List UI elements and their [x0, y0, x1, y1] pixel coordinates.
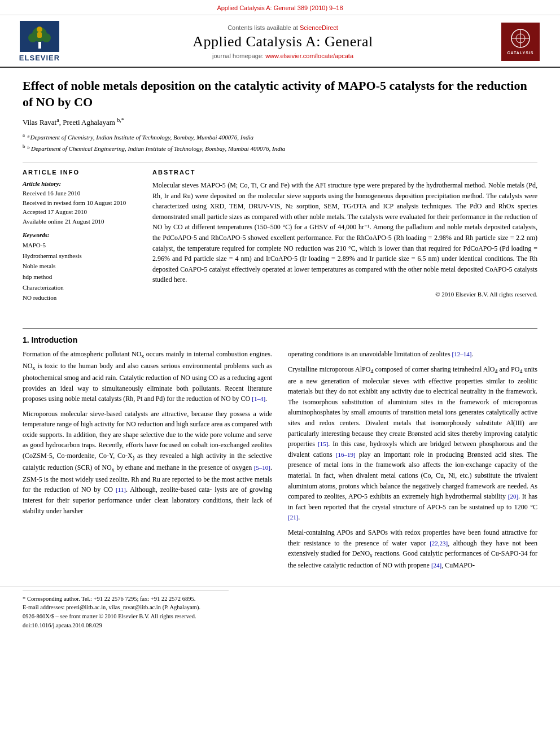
intro-para-2: Microporous molecular sieve-based cataly…: [23, 409, 272, 517]
header-divider: [23, 163, 537, 163]
keyword-4: hdp method: [23, 272, 135, 282]
abstract-text: Molecular sieves MAPO-5 (M; Co, Ti, Cr a…: [152, 180, 537, 285]
corresponding-author: * Corresponding author. Tel.: +91 22 257…: [23, 595, 537, 604]
article-history: Article history: Received 16 June 2010 R…: [23, 180, 135, 226]
accepted-date: Accepted 17 August 2010: [23, 207, 135, 217]
footnotes: * Corresponding author. Tel.: +91 22 257…: [0, 587, 560, 636]
keywords-label: Keywords:: [23, 231, 135, 238]
abstract-label: ABSTRACT: [152, 169, 537, 176]
affiliation-b: b ᵇ Department of Chemical Engineering, …: [23, 142, 537, 154]
affiliation-a: a ᵃ Department of Chemistry, Indian Inst…: [23, 131, 537, 142]
elsevier-tree-icon: [21, 22, 58, 51]
article-info-column: ARTICLE INFO Article history: Received 1…: [23, 169, 135, 309]
intro-para-3: operating conditions is an unavoidable l…: [288, 349, 537, 360]
catalyst-logo-icon: CATALYSIS: [501, 23, 540, 61]
ref-1-4: [1–4]: [252, 395, 265, 402]
section-divider: [23, 328, 537, 329]
elsevier-logo-box: [20, 21, 59, 52]
svg-text:CATALYSIS: CATALYSIS: [508, 51, 534, 55]
abstract-column: ABSTRACT Molecular sieves MAPO-5 (M; Co,…: [152, 169, 537, 309]
intro-para-4: Crystalline microporous AlPO4 composed o…: [288, 364, 537, 523]
homepage-url[interactable]: www.elsevier.com/locate/apcata: [265, 53, 353, 59]
issn-line: 0926-860X/$ – see front matter © 2010 El…: [23, 612, 537, 621]
available-date: Available online 21 August 2010: [23, 217, 135, 226]
doi-line: doi:10.1016/j.apcata.2010.08.029: [23, 621, 537, 630]
history-label: Article history:: [23, 180, 135, 187]
svg-rect-6: [37, 32, 42, 38]
ref-20: [20]: [508, 493, 518, 500]
journal-logo-right: CATALYSIS: [498, 23, 543, 61]
two-col-info: ARTICLE INFO Article history: Received 1…: [23, 169, 537, 309]
ref-21: [21]: [288, 514, 298, 521]
ref-11: [11]: [116, 486, 126, 493]
page-container: Applied Catalysis A: General 389 (2010) …: [0, 0, 560, 747]
keyword-5: Characterization: [23, 282, 135, 293]
intro-para-5: Metal-containing APOs and SAPOs with red…: [288, 527, 537, 571]
copyright-line: © 2010 Elsevier B.V. All rights reserved…: [152, 291, 537, 298]
top-bar: Applied Catalysis A: General 389 (2010) …: [0, 0, 560, 15]
keyword-2: Hydrothermal synthesis: [23, 251, 135, 261]
revised-date: Received in revised form 10 August 2010: [23, 198, 135, 208]
catalyst-logo-box: CATALYSIS: [501, 23, 540, 61]
ref-12-14: [12–14]: [452, 351, 472, 357]
elsevier-logo: ELSEVIER: [11, 21, 68, 62]
journal-citation: Applied Catalysis A: General 389 (2010) …: [217, 5, 343, 11]
svg-rect-1: [38, 42, 41, 49]
keyword-3: Noble metals: [23, 261, 135, 272]
intro-left-col: Formation of the atmospheric pollutant N…: [23, 349, 272, 575]
ref-22-23: [22,23]: [430, 540, 448, 547]
elsevier-wordmark: ELSEVIER: [19, 54, 60, 62]
journal-homepage: journal homepage: www.elsevier.com/locat…: [68, 53, 498, 59]
journal-main-title: Applied Catalysis A: General: [68, 33, 498, 50]
article-title: Effect of noble metals deposition on the…: [23, 78, 537, 110]
ref-24: [24]: [431, 562, 441, 569]
keyword-1: MAPO-5: [23, 240, 135, 251]
svg-point-5: [37, 27, 42, 32]
author-vilas: Vilas Ravat: [23, 119, 56, 127]
svg-point-4: [42, 33, 51, 42]
intro-para-1: Formation of the atmospheric pollutant N…: [23, 349, 272, 404]
article-info-label: ARTICLE INFO: [23, 169, 135, 176]
introduction-two-col: Formation of the atmospheric pollutant N…: [23, 349, 537, 575]
sciencedirect-link[interactable]: ScienceDirect: [300, 24, 338, 31]
author-preeti-super: b,*: [117, 117, 124, 123]
email-line: E-mail addresses: preeti@iitb.ac.in, vil…: [23, 603, 537, 612]
ref-15: [15]: [318, 440, 328, 447]
body-content: 1. Introduction Formation of the atmosph…: [0, 328, 560, 586]
authors-line: Vilas Ravata, Preeti Aghalayam b,*: [23, 117, 537, 127]
journal-header: ELSEVIER Contents lists available at Sci…: [0, 15, 560, 68]
contents-line: Contents lists available at ScienceDirec…: [68, 24, 498, 31]
received-date: Received 16 June 2010: [23, 189, 135, 198]
affiliations: a ᵃ Department of Chemistry, Indian Inst…: [23, 131, 537, 154]
article-keywords: Keywords: MAPO-5 Hydrothermal synthesis …: [23, 231, 135, 303]
footnote-divider: [23, 591, 229, 591]
ref-16-19: [16–19]: [336, 451, 356, 458]
intro-section-title: 1. Introduction: [23, 335, 537, 344]
author-separator: , Preeti Aghalayam: [59, 119, 117, 127]
keyword-6: NO reduction: [23, 292, 135, 303]
intro-right-col: operating conditions is an unavoidable l…: [288, 349, 537, 575]
svg-point-3: [28, 33, 37, 42]
article-content: Effect of noble metals deposition on the…: [0, 68, 560, 320]
keywords-list: MAPO-5 Hydrothermal synthesis Noble meta…: [23, 240, 135, 303]
ref-5-10: [5–10]: [254, 464, 270, 471]
journal-title-center: Contents lists available at ScienceDirec…: [68, 24, 498, 59]
